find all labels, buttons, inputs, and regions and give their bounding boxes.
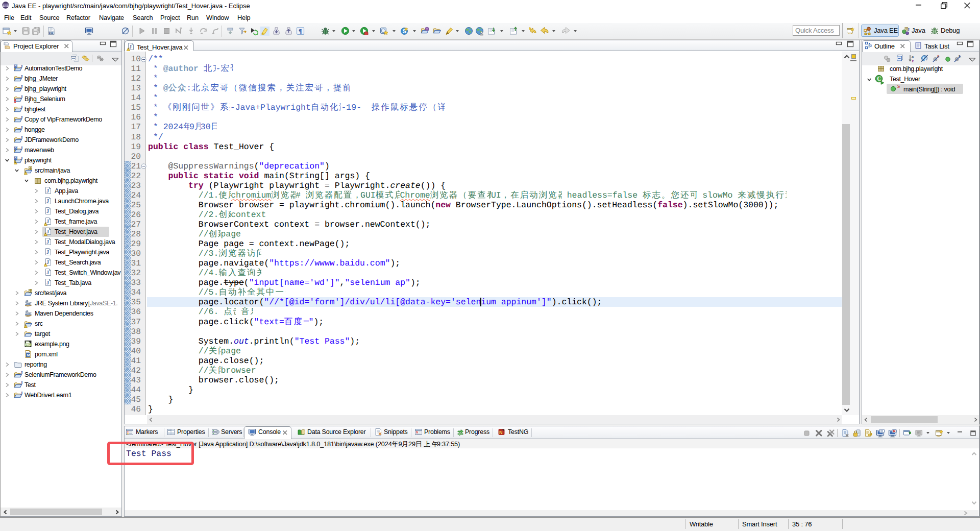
svg-text:J: J xyxy=(20,391,23,396)
svg-text:M: M xyxy=(27,353,30,357)
svg-text:J: J xyxy=(129,44,132,50)
svg-text:J: J xyxy=(20,156,23,161)
svg-text:J: J xyxy=(46,208,49,214)
svg-text:J: J xyxy=(46,188,49,194)
svg-text:J: J xyxy=(20,75,23,79)
svg-text:J: J xyxy=(46,280,49,285)
svg-text:J: J xyxy=(46,229,49,234)
svg-text:M: M xyxy=(14,64,17,68)
svg-text:N: N xyxy=(499,430,503,435)
svg-text:x: x xyxy=(416,431,418,433)
svg-text:J: J xyxy=(20,136,23,140)
svg-text:J: J xyxy=(46,198,49,204)
svg-text:010: 010 xyxy=(49,32,54,34)
svg-text:J: J xyxy=(46,259,49,265)
svg-text:J: J xyxy=(46,270,49,275)
svg-text:J: J xyxy=(20,371,23,375)
svg-text:J: J xyxy=(20,381,23,385)
svg-text:J: J xyxy=(20,105,23,110)
svg-text:M: M xyxy=(14,146,17,150)
svg-text:J: J xyxy=(46,249,49,255)
svg-text:J: J xyxy=(46,239,49,245)
svg-text:J: J xyxy=(46,219,49,224)
svg-text:J: J xyxy=(908,27,910,32)
svg-text:C: C xyxy=(877,76,881,82)
svg-text:J: J xyxy=(20,64,23,69)
svg-text:J: J xyxy=(20,115,23,120)
svg-text:PNG: PNG xyxy=(25,344,31,346)
svg-text:¶: ¶ xyxy=(299,28,302,35)
svg-text:J: J xyxy=(20,95,23,100)
svg-text:J: J xyxy=(20,146,23,151)
svg-text:J: J xyxy=(20,126,23,130)
svg-text:J: J xyxy=(20,85,23,89)
svg-text:z: z xyxy=(912,59,914,63)
svg-text:M: M xyxy=(14,156,17,160)
